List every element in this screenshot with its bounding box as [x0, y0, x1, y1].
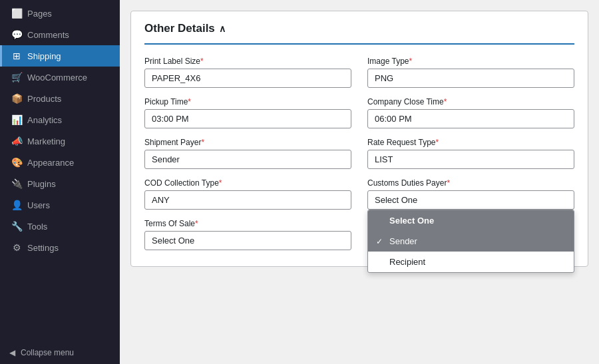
pickup-time-group: Pickup Time* — [144, 97, 351, 128]
chevron-up-icon: ∧ — [219, 23, 226, 34]
users-icon: 👤 — [11, 200, 22, 210]
pages-icon: ⬜ — [11, 8, 22, 19]
image-type-input[interactable] — [367, 69, 574, 88]
sidebar-item-label: Pages — [27, 9, 52, 19]
dropdown-option-select-one[interactable]: Select One — [368, 210, 574, 231]
panel-title: Other Details ∧ — [144, 22, 574, 45]
cod-collection-type-label: COD Collection Type* — [144, 178, 351, 188]
print-label-size-input[interactable] — [144, 69, 351, 88]
print-label-size-label: Print Label Size* — [144, 57, 351, 66]
check-icon-sender: ✓ — [376, 237, 385, 246]
image-type-group: Image Type* — [367, 57, 574, 88]
sidebar-item-settings[interactable]: ⚙ Settings — [0, 237, 120, 258]
customs-duties-payer-group: Customs Duties Payer* Select One ✓ Sende… — [367, 178, 574, 210]
cod-collection-type-group: COD Collection Type* — [144, 178, 351, 210]
sidebar-item-label: Settings — [27, 243, 59, 253]
settings-icon: ⚙ — [11, 242, 22, 253]
rate-request-type-group: Rate Request Type* — [367, 138, 574, 169]
sidebar-item-plugins[interactable]: 🔌 Plugins — [0, 173, 120, 194]
image-type-label: Image Type* — [367, 57, 574, 66]
form-grid: Print Label Size* Image Type* Pickup Tim… — [144, 57, 574, 210]
company-close-time-input[interactable] — [367, 109, 574, 128]
sidebar-item-label: Shipping — [27, 51, 61, 61]
analytics-icon: 📊 — [11, 114, 22, 125]
terms-of-sale-group: Terms Of Sale* — [144, 219, 351, 253]
shipment-payer-group: Shipment Payer* — [144, 138, 351, 169]
tools-icon: 🔧 — [11, 221, 22, 232]
rate-request-type-input[interactable] — [367, 150, 574, 169]
sidebar-item-label: WooCommerce — [27, 73, 87, 83]
woocommerce-icon: 🛒 — [11, 72, 22, 83]
sidebar-item-comments[interactable]: 💬 Comments — [0, 24, 120, 45]
sidebar-item-products[interactable]: 📦 Products — [0, 88, 120, 109]
collapse-icon: ◀ — [9, 348, 15, 357]
sidebar-item-label: Marketing — [27, 136, 65, 146]
appearance-icon: 🎨 — [11, 157, 22, 168]
sidebar: ⬜ Pages 💬 Comments ⊞ Shipping 🛒 WooComme… — [0, 0, 120, 364]
sidebar-item-label: Users — [27, 200, 50, 210]
sidebar-item-marketing[interactable]: 📣 Marketing — [0, 130, 120, 152]
sidebar-item-label: Appearance — [27, 158, 74, 168]
cod-collection-type-input[interactable] — [144, 190, 351, 210]
sidebar-item-shipping[interactable]: ⊞ Shipping — [0, 45, 120, 67]
print-label-size-group: Print Label Size* — [144, 57, 351, 88]
sidebar-item-label: Comments — [27, 30, 69, 40]
sidebar-item-appearance[interactable]: 🎨 Appearance — [0, 152, 120, 173]
collapse-label: Collapse menu — [21, 348, 74, 357]
comments-icon: 💬 — [11, 29, 22, 40]
pickup-time-input[interactable] — [144, 109, 351, 128]
sidebar-item-analytics[interactable]: 📊 Analytics — [0, 109, 120, 130]
pickup-time-label: Pickup Time* — [144, 97, 351, 106]
customs-duties-payer-input[interactable] — [367, 190, 574, 210]
sidebar-item-label: Tools — [27, 222, 47, 232]
marketing-icon: 📣 — [11, 136, 22, 146]
shipment-payer-label: Shipment Payer* — [144, 138, 351, 147]
dropdown-option-sender[interactable]: ✓ Sender — [368, 231, 574, 252]
products-icon: 📦 — [11, 93, 22, 104]
terms-of-sale-label: Terms Of Sale* — [144, 219, 351, 228]
sidebar-item-label: Plugins — [27, 179, 56, 189]
customs-duties-payer-label: Customs Duties Payer* — [367, 178, 574, 188]
dropdown-option-recipient[interactable]: Recipient — [368, 252, 574, 272]
other-details-panel: Other Details ∧ Print Label Size* Image … — [130, 11, 588, 267]
sidebar-item-users[interactable]: 👤 Users — [0, 194, 120, 216]
plugins-icon: 🔌 — [11, 178, 22, 189]
sidebar-item-pages[interactable]: ⬜ Pages — [0, 3, 120, 24]
sidebar-item-label: Analytics — [27, 115, 62, 125]
rate-request-type-label: Rate Request Type* — [367, 138, 574, 147]
sidebar-item-woocommerce[interactable]: 🛒 WooCommerce — [0, 67, 120, 88]
shipping-icon: ⊞ — [11, 51, 22, 61]
company-close-time-label: Company Close Time* — [367, 97, 574, 106]
company-close-time-group: Company Close Time* — [367, 97, 574, 128]
sidebar-item-label: Products — [27, 94, 61, 104]
sidebar-item-tools[interactable]: 🔧 Tools — [0, 216, 120, 237]
main-content: Other Details ∧ Print Label Size* Image … — [120, 0, 599, 364]
collapse-menu-button[interactable]: ◀ Collapse menu — [0, 341, 120, 364]
shipment-payer-input[interactable] — [144, 150, 351, 169]
customs-duties-dropdown-menu: Select One ✓ Sender Recipient — [367, 210, 574, 273]
terms-of-sale-input[interactable] — [144, 231, 351, 250]
